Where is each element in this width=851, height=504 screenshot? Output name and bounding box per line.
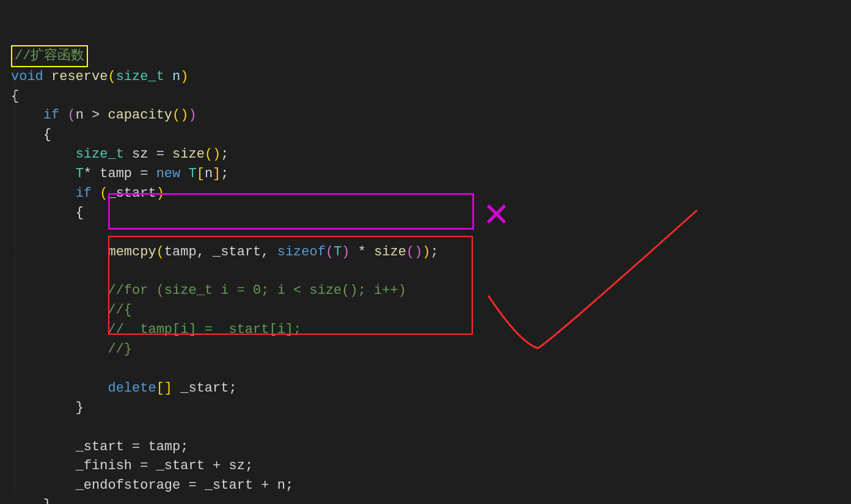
paren: ) xyxy=(188,108,196,123)
comment-line: // tamp[i] = _start[i]; xyxy=(108,322,301,337)
semi: ; xyxy=(180,439,188,455)
var-start: _start xyxy=(76,439,124,455)
code-line: _finish = _start + sz; xyxy=(76,458,253,473)
kw-sizeof: sizeof xyxy=(277,244,326,260)
bracket: [] xyxy=(156,381,172,396)
highlight-box-yellow: //扩容函数 xyxy=(11,45,88,67)
var-sz: sz xyxy=(132,147,148,162)
semi: ; xyxy=(228,381,236,396)
brace: { xyxy=(43,127,51,142)
var-n: n xyxy=(205,166,213,181)
paren: ) xyxy=(422,244,430,260)
semi: ; xyxy=(221,147,228,162)
comment-title: //扩容函数 xyxy=(15,48,84,64)
var-sz: sz xyxy=(228,458,244,473)
var-finish: _finish xyxy=(76,458,132,473)
comment-line: //for (size_t i = 0; i < size(); i++) xyxy=(108,283,406,298)
kw-if: if xyxy=(43,108,59,123)
check-mark-icon xyxy=(483,202,709,354)
type-size-t: size_t xyxy=(76,147,124,162)
semi: ; xyxy=(285,478,293,493)
brace: { xyxy=(11,89,19,104)
var-n: n xyxy=(172,69,180,84)
type-t: T xyxy=(76,166,84,181)
paren: ( xyxy=(100,186,108,201)
op-eq: = xyxy=(132,166,156,181)
code-line: size_t sz = size(); xyxy=(76,147,229,162)
op-eq: = xyxy=(180,478,205,493)
code-line: if (_start) xyxy=(76,186,164,201)
brace: { xyxy=(76,205,84,221)
fn-capacity: capacity xyxy=(108,108,172,123)
paren: () xyxy=(172,108,188,123)
code-line: void reserve(size_t n) xyxy=(11,69,188,84)
op-mul: * xyxy=(350,244,374,260)
paren: () xyxy=(205,147,221,162)
paren: ) xyxy=(156,186,164,201)
paren: () xyxy=(406,244,422,260)
paren: ( xyxy=(156,244,164,260)
var-start: _start xyxy=(205,478,253,493)
var-tamp: tamp xyxy=(100,166,132,181)
comma: , xyxy=(197,244,213,260)
type-size-t: size_t xyxy=(116,69,164,84)
fn-memcpy: memcpy xyxy=(108,244,156,260)
code-line-memcpy: memcpy(tamp, _start, sizeof(T) * size())… xyxy=(108,244,438,260)
cross-mark-icon: ✕ xyxy=(483,191,510,238)
op-eq: = xyxy=(132,458,156,473)
semi: ; xyxy=(245,458,253,473)
expr: n > xyxy=(76,108,108,123)
var-start: _start xyxy=(180,381,228,396)
paren: ( xyxy=(326,244,334,260)
code-line: if (n > capacity()) xyxy=(43,108,197,123)
type-t: T xyxy=(334,244,341,260)
comment-line: //{ xyxy=(108,302,132,318)
kw-new: new xyxy=(156,166,181,181)
var-start: _start xyxy=(213,244,261,260)
brace: } xyxy=(43,497,51,504)
indent-guide xyxy=(15,51,16,491)
type-t: T xyxy=(188,166,196,181)
var-tamp: tamp xyxy=(148,439,180,455)
op-star: * xyxy=(84,166,92,181)
semi: ; xyxy=(221,166,228,181)
kw-if: if xyxy=(76,186,92,201)
semi: ; xyxy=(431,244,439,260)
kw-delete: delete xyxy=(108,381,156,396)
var-endofstorage: _endofstorage xyxy=(76,478,181,493)
paren: ) xyxy=(341,244,349,260)
brace: } xyxy=(76,400,84,415)
bracket: ] xyxy=(213,166,221,181)
var-start: _start xyxy=(108,186,156,201)
paren: ( xyxy=(67,108,75,123)
fn-size: size xyxy=(172,147,205,162)
op-eq: = xyxy=(148,147,172,162)
code-line: _start = tamp; xyxy=(76,439,189,455)
comment-line: //} xyxy=(108,341,132,357)
op-plus: + xyxy=(205,458,229,473)
bracket: [ xyxy=(197,166,205,181)
var-start: _start xyxy=(156,458,205,473)
kw-void: void xyxy=(11,69,43,84)
fn-reserve: reserve xyxy=(51,69,108,84)
paren: ) xyxy=(180,69,188,84)
op-plus: + xyxy=(253,478,277,493)
op-eq: = xyxy=(124,439,148,455)
code-line: delete[] _start; xyxy=(108,381,236,396)
code-line: _endofstorage = _start + n; xyxy=(76,478,293,493)
code-editor[interactable]: //扩容函数 void reserve(size_t n) { if (n > … xyxy=(0,0,851,504)
var-n: n xyxy=(277,478,285,493)
comma: , xyxy=(261,244,277,260)
var-tamp: tamp xyxy=(164,244,197,260)
fn-size: size xyxy=(374,244,406,260)
paren: ( xyxy=(108,69,115,84)
code-line: T* tamp = new T[n]; xyxy=(76,166,229,181)
